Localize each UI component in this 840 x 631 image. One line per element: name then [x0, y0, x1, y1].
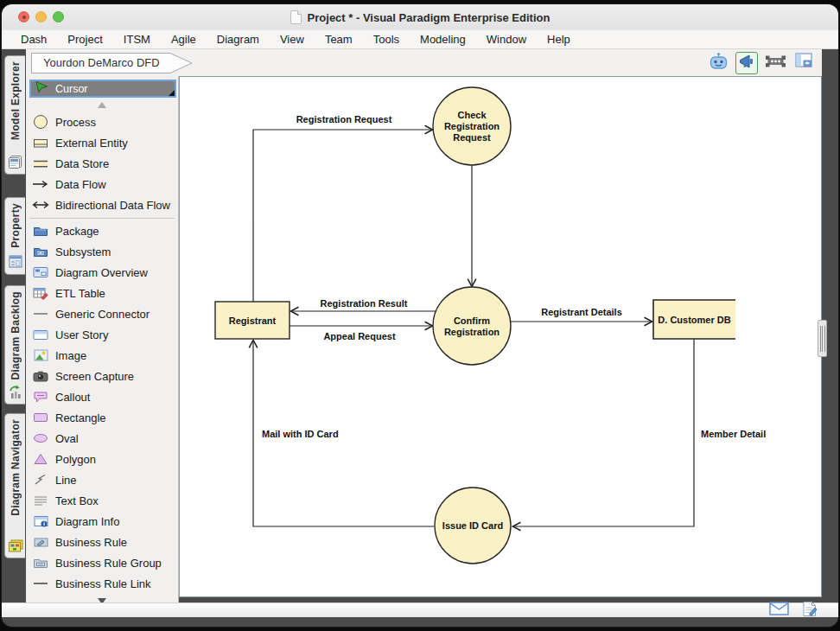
- breadcrumb-label: Yourdon DeMarco DFD: [43, 53, 160, 73]
- business-rule-group-icon: [32, 558, 49, 569]
- toolbar: Yourdon DeMarco DFD: [24, 49, 822, 76]
- palette-item-callout[interactable]: Callout: [26, 386, 178, 407]
- palette-item-label: Line: [55, 474, 77, 487]
- palette-item-label: External Entity: [55, 137, 128, 150]
- menu-window[interactable]: Window: [487, 33, 526, 46]
- toolbar-right-icons: [707, 52, 822, 74]
- status-mail-button[interactable]: [769, 602, 789, 619]
- toolbar-megaphone-button[interactable]: [735, 52, 758, 74]
- palette-scroll-up[interactable]: [26, 98, 178, 112]
- flow-label: Registration Request: [296, 114, 392, 124]
- menu-modeling[interactable]: Modeling: [420, 33, 466, 46]
- menu-diagram[interactable]: Diagram: [217, 33, 259, 46]
- palette-item-label: Diagram Info: [55, 515, 119, 528]
- palette-scroll-down[interactable]: [26, 594, 178, 602]
- palette-item-generic-connector[interactable]: Generic Connector: [26, 303, 178, 324]
- palette-item-label: Bidirectional Data Flow: [55, 199, 170, 212]
- image-icon: [32, 349, 49, 361]
- edit-note-icon: [802, 601, 818, 621]
- palette-item-label: Oval: [55, 432, 79, 445]
- data-flow-registrant-details[interactable]: Registrant Details: [511, 307, 652, 322]
- palette-item-business-rule[interactable]: Business Rule: [26, 532, 178, 552]
- data-flow-mail-with-id-card[interactable]: Mail with ID Card: [253, 341, 434, 526]
- flow-label: Member Detail: [701, 429, 766, 439]
- process-confirm-registration[interactable]: ConfirmRegistration: [433, 287, 511, 365]
- bot-icon: [708, 51, 729, 74]
- palette-item-oval[interactable]: Oval: [26, 428, 178, 449]
- palette-item-diagram-overview[interactable]: Diagram Overview: [26, 262, 178, 283]
- process-issue-id-card[interactable]: Issue ID Card: [435, 488, 511, 564]
- palette-item-subsystem[interactable]: Subsystem: [26, 241, 178, 262]
- side-tab-property[interactable]: Property: [4, 197, 25, 275]
- palette-item-bidirectional-data-flow[interactable]: Bidirectional Data Flow: [26, 194, 178, 215]
- palette-item-user-story[interactable]: User Story: [26, 324, 178, 345]
- data-flow-registration-result[interactable]: Registration Result: [291, 298, 436, 311]
- subsystem-icon: [32, 245, 49, 258]
- status-edit-note-button[interactable]: [802, 601, 818, 621]
- callout-icon: [32, 391, 49, 403]
- breadcrumb[interactable]: Yourdon DeMarco DFD: [31, 53, 194, 73]
- generic-connector-icon: [32, 311, 49, 316]
- palette-item-data-store[interactable]: Data Store: [26, 153, 178, 174]
- menu-help[interactable]: Help: [547, 33, 570, 46]
- palette-item-label: Image: [55, 349, 86, 362]
- external-entity-registrant[interactable]: Registrant: [215, 302, 290, 339]
- data-flow-icon: [32, 180, 49, 188]
- palette-item-line[interactable]: Line: [26, 469, 178, 490]
- palette-item-package[interactable]: Package: [26, 220, 178, 241]
- toolbar-bot-button[interactable]: [707, 52, 729, 74]
- text-box-icon: [32, 495, 49, 506]
- data-flow-appeal-request[interactable]: Appeal Request: [290, 326, 432, 341]
- palette-item-business-rule-group[interactable]: Business Rule Group: [26, 552, 178, 573]
- menu-bar: DashProjectITSMAgileDiagramViewTeamTools…: [2, 30, 838, 49]
- fit-selection-icon: [765, 53, 786, 73]
- flow-label: Appeal Request: [323, 331, 395, 341]
- palette-item-label: User Story: [55, 328, 108, 341]
- menu-view[interactable]: View: [280, 33, 304, 46]
- toolbar-fit-selection-button[interactable]: [764, 52, 786, 74]
- node-label: D. Customer DB: [658, 315, 730, 325]
- oval-icon: [32, 433, 49, 443]
- palette-item-image[interactable]: Image: [26, 345, 178, 366]
- data-store-customer-db[interactable]: D. Customer DB: [653, 300, 735, 339]
- etl-table-icon: [32, 287, 49, 300]
- menu-itsm[interactable]: ITSM: [124, 33, 150, 46]
- palette-item-etl-table[interactable]: ETL Table: [26, 283, 178, 303]
- diagram-info-icon: [32, 515, 49, 528]
- node-label: Registrant: [229, 316, 277, 326]
- panel-splitter-grip[interactable]: [818, 320, 827, 357]
- palette-item-polygon[interactable]: Polygon: [26, 449, 178, 469]
- palette-item-label: Business Rule Link: [55, 577, 151, 590]
- diagram-canvas[interactable]: Registration RequestRegistration ResultA…: [179, 76, 822, 597]
- palette-selected-cursor[interactable]: Cursor: [29, 80, 176, 98]
- menu-project[interactable]: Project: [67, 33, 102, 46]
- screenshot-stage: Project * - Visual Paradigm Enterprise E…: [0, 0, 840, 631]
- palette-item-text-box[interactable]: Text Box: [26, 490, 178, 511]
- business-rule-icon: [32, 537, 49, 548]
- palette-item-screen-capture[interactable]: Screen Capture: [26, 366, 178, 386]
- side-tab-diagram-navigator[interactable]: Diagram Navigator: [4, 413, 25, 558]
- side-tab-diagram-backlog[interactable]: Diagram Backlog: [4, 285, 25, 405]
- process-check-registration-request[interactable]: CheckRegistrationRequest: [433, 87, 511, 165]
- menu-agile[interactable]: Agile: [171, 33, 196, 46]
- menu-dash[interactable]: Dash: [21, 33, 47, 46]
- palette-item-process[interactable]: Process: [26, 112, 178, 132]
- palette-item-diagram-info[interactable]: Diagram Info: [26, 511, 178, 532]
- palette-item-external-entity[interactable]: External Entity: [26, 132, 178, 153]
- data-flow-member-detail[interactable]: Member Detail: [513, 339, 766, 526]
- bidirectional-data-flow-icon: [32, 201, 49, 209]
- palette-item-business-rule-link[interactable]: Business Rule Link: [26, 573, 178, 594]
- toolbar-panel-layout-button[interactable]: [792, 52, 815, 74]
- menu-tools[interactable]: Tools: [373, 33, 399, 46]
- palette-item-data-flow[interactable]: Data Flow: [26, 174, 178, 194]
- menu-team[interactable]: Team: [325, 33, 353, 46]
- side-tab-model-explorer[interactable]: Model Explorer: [4, 55, 25, 175]
- node-label: Issue ID Card: [442, 520, 503, 531]
- data-flow-registration-request[interactable]: Registration Request: [253, 114, 432, 302]
- palette-item-rectangle[interactable]: Rectangle: [26, 407, 178, 428]
- process-icon: [32, 114, 49, 130]
- palette-item-label: Polygon: [55, 453, 96, 466]
- external-entity-icon: [32, 137, 49, 150]
- palette-item-label: Data Flow: [55, 178, 106, 191]
- tool-palette: CursorProcessExternal EntityData StoreDa…: [26, 76, 179, 602]
